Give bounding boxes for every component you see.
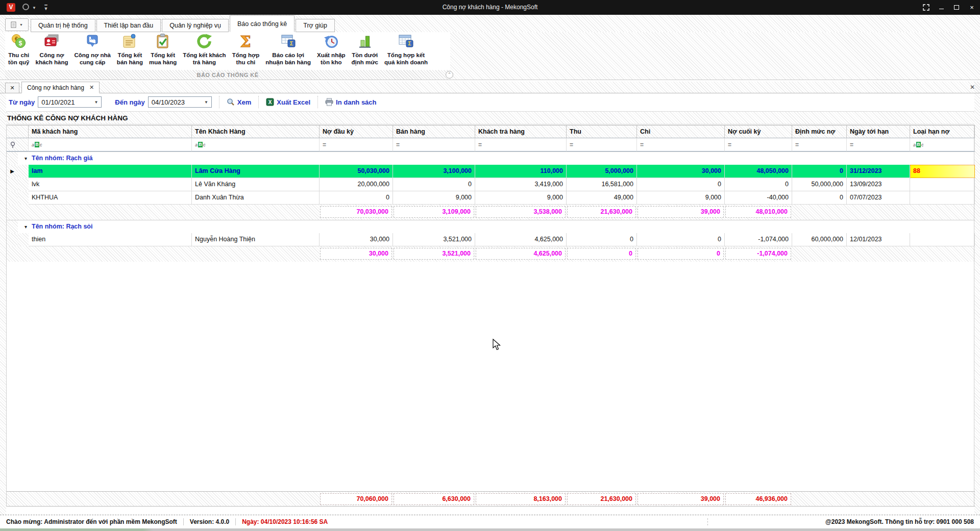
data-row[interactable]: KHTHUADanh Xuân Thừa09,0009,00049,0009,0… [7,191,975,205]
ribbon-button-supplier-debt[interactable]: Công nợ nhàcung cấp [71,32,113,70]
column-header[interactable]: Tên Khách Hàng [192,125,320,138]
autofilter-cell[interactable]: aBc [192,138,320,151]
autofilter-cell[interactable]: = [792,138,847,151]
ribbon-button-stock-history[interactable]: Xuất nhậptồn kho [314,32,349,70]
data-cell[interactable]: 30,000 [320,233,393,246]
group-row[interactable]: ▾Tên nhóm: Rạch sỏi [7,220,975,233]
autofilter-pin-cell[interactable] [7,138,29,151]
close-button[interactable]: × [968,4,976,12]
data-cell[interactable]: 3,419,000 [475,178,567,191]
data-cell[interactable]: Danh Xuân Thừa [192,191,320,205]
data-cell[interactable]: 20,000,000 [320,178,393,191]
data-cell[interactable]: 12/01/2023 [847,233,910,246]
data-cell[interactable]: 0 [637,178,725,191]
ribbon-button-returns-summary[interactable]: Tổng kết kháchtrả hàng [180,32,229,70]
document-close-button[interactable]: ✕ [970,84,975,91]
data-cell[interactable]: 60,000,000 [792,233,847,246]
autofilter-cell[interactable]: = [475,138,567,151]
ribbon-button-sigma[interactable]: ΣTổng hợpthu chi [229,32,263,70]
tabstrip-close-button[interactable]: ✕ [5,83,19,93]
data-cell[interactable]: 48,050,000 [725,165,792,178]
autofilter-cell[interactable]: = [637,138,725,151]
data-cell[interactable]: 50,000,000 [792,178,847,191]
data-cell[interactable]: 07/07/2023 [847,191,910,205]
ribbon-button-business-result[interactable]: ΣTổng hợp kếtquả kinh doanh [381,32,431,70]
data-cell[interactable]: lam [29,165,192,178]
ribbon-button-coins[interactable]: €$Thu chitồn quỹ [5,32,33,70]
data-cell[interactable]: 0 [637,233,725,246]
ribbon-collapse-button[interactable]: ⌃ [446,71,453,79]
print-list-button[interactable]: In danh sách [325,98,376,106]
ribbon-button-purchase-summary[interactable]: Tổng kếtmua hàng [146,32,180,70]
data-cell[interactable]: 0 [792,191,847,205]
data-cell[interactable]: 31/12/2023 [847,165,910,178]
autofilter-cell[interactable]: = [725,138,792,151]
ribbon-tab-5[interactable]: Trợ giúp [296,19,335,32]
data-cell[interactable]: 50,030,000 [320,165,393,178]
column-header[interactable]: Bán hàng [393,125,475,138]
group-caption[interactable]: ▾Tên nhóm: Rạch sỏi [18,220,975,233]
maximize-button[interactable] [952,4,961,12]
column-header[interactable]: Thu [567,125,637,138]
data-cell[interactable]: 110,000 [475,165,567,178]
ribbon-tab-1[interactable]: Quản trị hệ thống [31,19,95,32]
data-cell[interactable]: 0 [725,178,792,191]
data-cell[interactable]: KHTHUA [29,191,192,205]
ribbon-button-profit-report[interactable]: ΣBáo cáo lợinhuận bán hàng [262,32,314,70]
column-header[interactable]: Loại hạn nợ [910,125,975,138]
data-cell[interactable]: 3,100,000 [393,165,475,178]
ribbon-tab-4[interactable]: Báo cáo thống kê [230,15,295,32]
data-cell[interactable]: -40,000 [725,191,792,205]
data-cell[interactable]: 0 [393,178,475,191]
data-cell[interactable]: 30,000 [637,165,725,178]
column-header[interactable]: Chi [637,125,725,138]
column-header[interactable]: Mã khách hàng [29,125,192,138]
data-row[interactable]: lvkLê Văn Kháng20,000,00003,419,00016,58… [7,178,975,191]
group-row[interactable]: ▾Tên nhóm: Rạch giá [7,151,975,165]
data-cell[interactable] [910,233,975,246]
ribbon-button-sales-summary[interactable]: Tổng kếtbán hàng [114,32,146,70]
data-cell[interactable]: 0 [567,233,637,246]
data-cell[interactable] [910,191,975,205]
column-header[interactable]: Ngày tới hạn [847,125,910,138]
data-row[interactable]: ▶lamLâm Cửa Hàng50,030,0003,100,000110,0… [7,165,975,178]
group-collapse-icon[interactable]: ▾ [24,224,27,230]
document-tab-active[interactable]: Công nợ khách hàng ✕ [21,82,100,93]
autofilter-cell[interactable]: = [320,138,393,151]
ribbon-tab-2[interactable]: Thiết lập ban đầu [96,19,161,32]
application-menu-button[interactable]: ▼ [5,18,29,31]
data-cell[interactable]: 3,521,000 [393,233,475,246]
ribbon-tab-3[interactable]: Quản lý nghiệp vụ [162,19,229,32]
data-cell[interactable]: 9,000 [637,191,725,205]
column-header[interactable]: Nợ đầu kỳ [320,125,393,138]
data-row[interactable]: thienNguyễn Hoàng Thiện30,0003,521,0004,… [7,233,975,246]
column-header[interactable]: Nợ cuối kỳ [725,125,792,138]
data-cell[interactable]: 13/09/2023 [847,178,910,191]
from-date-combobox[interactable]: 01/10/2021 ▼ [38,96,102,108]
data-cell[interactable]: 5,000,000 [567,165,637,178]
data-cell[interactable]: 9,000 [393,191,475,205]
data-cell[interactable]: 0 [320,191,393,205]
data-cell[interactable]: 49,000 [567,191,637,205]
fullscreen-button[interactable] [922,4,930,12]
autofilter-cell[interactable]: = [847,138,910,151]
view-button[interactable]: Xem [227,98,251,106]
group-collapse-icon[interactable]: ▾ [24,156,27,161]
to-date-combobox[interactable]: 04/10/2023 ▼ [148,96,212,108]
minimize-button[interactable] [937,4,945,12]
data-cell[interactable]: 88 [910,165,975,178]
autofilter-cell[interactable]: aBc [910,138,975,151]
ribbon-button-low-stock[interactable]: Tồn dướiđịnh mức [349,32,381,70]
autofilter-cell[interactable]: = [393,138,475,151]
data-cell[interactable]: 4,625,000 [475,233,567,246]
autofilter-cell[interactable]: aBc [29,138,192,151]
data-cell[interactable]: -1,074,000 [725,233,792,246]
export-excel-button[interactable]: X Xuất Excel [266,98,310,106]
data-cell[interactable]: Lâm Cửa Hàng [192,165,320,178]
ribbon-button-customer-debt[interactable]: Công nợkhách hàng [33,32,71,70]
group-caption[interactable]: ▾Tên nhóm: Rạch giá [18,151,975,165]
autofilter-cell[interactable]: = [567,138,637,151]
data-cell[interactable]: 0 [792,165,847,178]
data-cell[interactable]: lvk [29,178,192,191]
column-header[interactable]: Định mức nợ [792,125,847,138]
